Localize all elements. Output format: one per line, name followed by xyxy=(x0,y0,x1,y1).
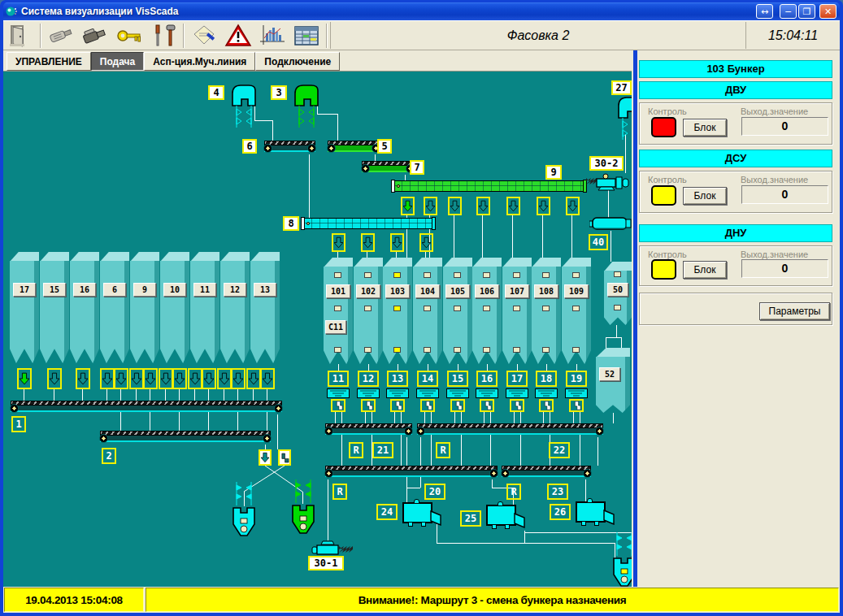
diverter-valve-15[interactable] xyxy=(450,399,465,412)
bunker-outlet-valve[interactable] xyxy=(202,368,216,389)
flow-arrow-valve[interactable] xyxy=(566,197,580,215)
bunker-outlet-valve[interactable] xyxy=(159,368,173,389)
bunker-outlet-valve[interactable] xyxy=(260,368,275,389)
flow-arrow-valve[interactable] xyxy=(448,197,462,215)
bunker-outlet-valve[interactable] xyxy=(231,368,246,389)
rotary-feeder-4[interactable] xyxy=(231,84,257,106)
blower-30-2[interactable] xyxy=(584,173,630,191)
filter-cylinder-40[interactable] xyxy=(589,216,632,231)
diverter-valve-14[interactable] xyxy=(420,399,435,412)
vibro-feeder-12[interactable] xyxy=(357,388,380,398)
vibro-feeder-14[interactable] xyxy=(416,388,439,398)
flow-arrow-valve[interactable] xyxy=(537,197,550,215)
vibro-feeder-16[interactable] xyxy=(476,388,498,398)
data-table-button[interactable] xyxy=(289,22,324,49)
block-button[interactable]: Блок xyxy=(683,119,727,137)
diverter-valve-16[interactable] xyxy=(480,399,494,412)
scale-left[interactable] xyxy=(232,506,256,537)
flow-arrow-valve[interactable] xyxy=(506,197,520,215)
conveyor-21[interactable] xyxy=(325,423,412,436)
diverter-valve-17[interactable] xyxy=(510,399,524,412)
diverter-valve-13[interactable] xyxy=(390,399,405,412)
flow-arrow-valve[interactable] xyxy=(390,233,404,252)
flow-arrow-valve[interactable] xyxy=(419,233,433,252)
flow-arrow-valve[interactable] xyxy=(476,197,490,215)
bunker-outlet-valve[interactable] xyxy=(188,368,202,389)
journal-note-button[interactable] xyxy=(187,22,221,49)
bunker-13-left[interactable] xyxy=(250,252,280,363)
packer-25[interactable] xyxy=(486,505,516,526)
scale-right[interactable] xyxy=(291,504,315,535)
bunker-16-left[interactable] xyxy=(70,252,99,363)
tab-4[interactable]: Подключение xyxy=(255,52,340,71)
minimize-button[interactable]: − xyxy=(780,4,797,19)
route-valve-down[interactable] xyxy=(259,449,272,466)
diverter-valve-11[interactable] xyxy=(331,399,345,412)
diverter-valve-18[interactable] xyxy=(539,399,554,412)
close-button[interactable]: ✕ xyxy=(819,4,836,19)
screw-conveyor-8[interactable] xyxy=(303,218,433,229)
screw-conveyor-9[interactable] xyxy=(393,180,584,192)
conveyor-20[interactable] xyxy=(325,466,498,479)
block-button[interactable]: Блок xyxy=(683,261,727,279)
bunker-outlet-valve[interactable] xyxy=(76,368,90,389)
tab-2[interactable]: Подача xyxy=(91,52,144,71)
service-tools-button[interactable] xyxy=(146,22,180,49)
access-key-button[interactable] xyxy=(112,22,146,49)
conveyor-1[interactable] xyxy=(11,401,282,414)
route-valve-divert[interactable] xyxy=(278,449,291,466)
flow-arrow-valve[interactable] xyxy=(424,197,437,215)
flow-arrow-valve[interactable] xyxy=(332,233,345,252)
diverter-valve-12[interactable] xyxy=(361,399,376,412)
bunker-9-left[interactable] xyxy=(130,252,159,363)
exit-door-button[interactable] xyxy=(3,22,37,49)
bunker-11-left[interactable] xyxy=(190,252,219,363)
rotary-feeder-27[interactable] xyxy=(617,96,632,119)
bunker-outlet-valve[interactable] xyxy=(172,368,187,389)
vibro-feeder-19[interactable] xyxy=(565,388,588,398)
bunker-outlet-valve[interactable] xyxy=(217,368,232,389)
rotary-feeder-3[interactable] xyxy=(293,84,319,106)
bunker-outlet-valve[interactable] xyxy=(129,368,144,389)
bunker-outlet-valve[interactable] xyxy=(143,368,158,389)
conveyor-6[interactable] xyxy=(264,141,315,154)
vibro-feeder-13[interactable] xyxy=(386,388,409,398)
tab-1[interactable]: УПРАВЛЕНИЕ xyxy=(7,52,91,71)
flow-arrow-valve[interactable] xyxy=(401,197,415,215)
bunker-6-left[interactable] xyxy=(100,252,129,363)
conveyor-7[interactable] xyxy=(362,161,414,174)
bunker-outlet-valve[interactable] xyxy=(47,368,62,389)
bunker-15-left[interactable] xyxy=(40,252,69,363)
conveyor-2[interactable] xyxy=(100,431,271,444)
bunker-12-left[interactable] xyxy=(220,252,250,363)
vibro-feeder-15[interactable] xyxy=(446,388,469,398)
trends-chart-button[interactable] xyxy=(255,22,289,49)
block-button[interactable]: Блок xyxy=(683,187,727,205)
vibro-feeder-17[interactable] xyxy=(506,388,528,398)
usb-connector-button[interactable] xyxy=(78,22,112,49)
serial-port-button[interactable] xyxy=(44,22,78,49)
resize-button[interactable]: ↔ xyxy=(756,4,773,19)
diverter-valve-19[interactable] xyxy=(569,399,584,412)
bunker-outlet-valve[interactable] xyxy=(17,368,32,389)
conveyor-22[interactable] xyxy=(417,423,603,436)
flow-arrow-valve[interactable] xyxy=(361,233,375,252)
maximize-button[interactable]: ❐ xyxy=(798,4,815,19)
alarm-warning-button[interactable] xyxy=(221,22,255,49)
bunker-17-left[interactable] xyxy=(10,252,39,363)
vibro-feeder-18[interactable] xyxy=(535,388,558,398)
packer-26[interactable] xyxy=(576,501,606,523)
title-bar[interactable]: Система визуализации VisScada ↔ − ❐ ✕ xyxy=(3,2,840,20)
conveyor-23[interactable] xyxy=(502,466,591,479)
bunker-outlet-valve[interactable] xyxy=(100,368,115,389)
bunker-outlet-valve[interactable] xyxy=(246,368,261,389)
packer-24[interactable] xyxy=(402,502,432,523)
scale-bottom-right[interactable] xyxy=(612,557,632,587)
vibro-feeder-11[interactable] xyxy=(327,388,350,398)
tab-3[interactable]: Асп-ция.Муч.линия xyxy=(144,52,255,71)
mill-30-1[interactable] xyxy=(311,540,356,557)
bunker-outlet-valve[interactable] xyxy=(114,368,128,389)
conveyor-5[interactable] xyxy=(328,141,380,154)
bunker-10-left[interactable] xyxy=(160,252,189,363)
parameters-button[interactable]: Параметры xyxy=(759,302,830,320)
